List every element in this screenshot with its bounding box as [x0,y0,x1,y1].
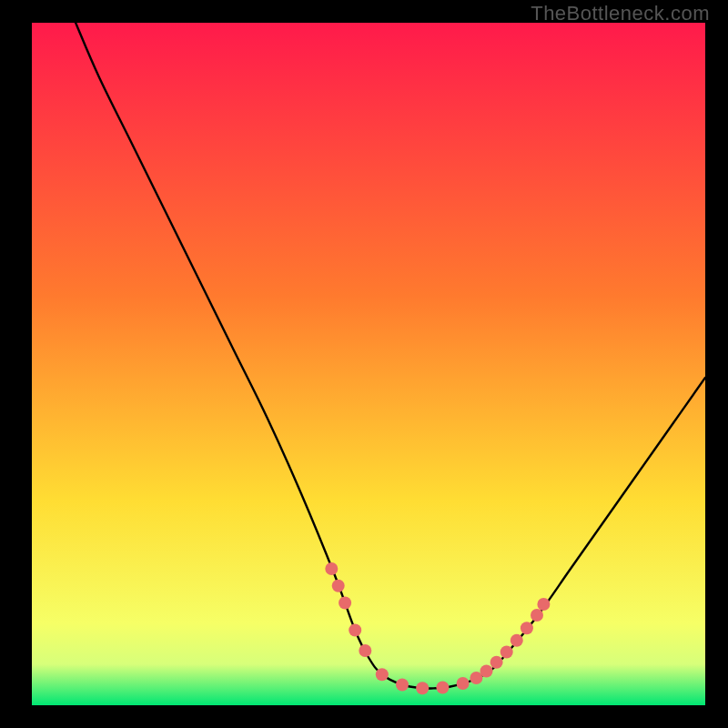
highlight-marker [490,656,503,669]
highlight-marker [376,668,389,681]
highlight-marker [416,682,429,694]
highlight-marker [457,677,470,690]
highlight-marker [480,665,493,678]
gradient-background [32,23,705,705]
highlight-marker [359,644,371,657]
chart-stage: TheBottleneck.com [0,0,728,728]
highlight-marker [325,562,338,575]
highlight-marker [531,609,543,622]
highlight-marker [332,580,345,592]
highlight-marker [511,634,523,647]
highlight-marker [521,622,533,634]
chart-svg [32,23,705,705]
highlight-marker [396,679,409,692]
highlight-marker [349,624,361,637]
highlight-marker [436,682,449,694]
highlight-marker [500,646,513,659]
watermark-text: TheBottleneck.com [531,2,710,25]
highlight-marker [339,597,351,610]
plot-area [32,23,705,705]
highlight-marker [537,598,550,611]
